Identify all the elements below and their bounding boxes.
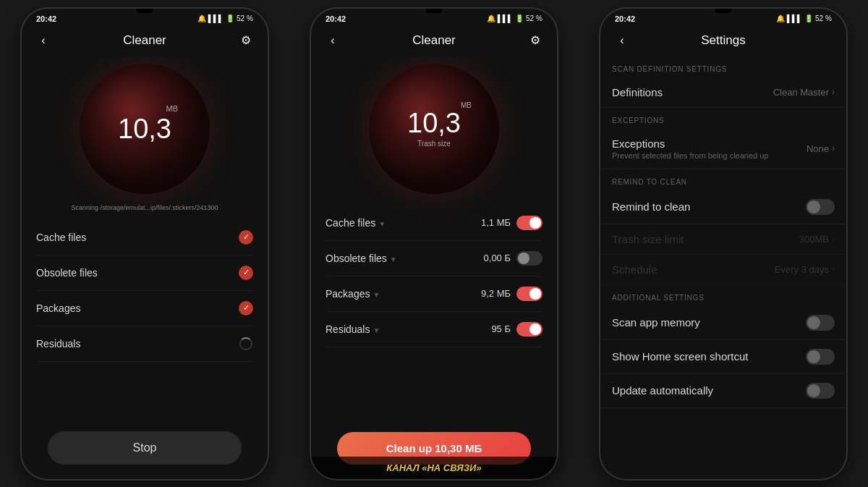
- battery-unit-3: %: [825, 14, 832, 22]
- app-header-1: ‹ Cleaner ⚙: [22, 26, 268, 56]
- back-button-1[interactable]: ‹: [33, 30, 54, 51]
- time-2: 20:42: [326, 14, 346, 23]
- result-size-cache: 1,1 МБ: [481, 217, 511, 228]
- alarm-icon-2: 🔔: [487, 14, 495, 22]
- scan-path: Scanning /storage/emulat...ip/files/.sti…: [36, 200, 253, 220]
- time-1: 20:42: [36, 14, 56, 23]
- toggle-obsolete[interactable]: [516, 251, 542, 266]
- check-red-3: ✓: [239, 301, 253, 316]
- trash-limit-title: Trash size limit: [612, 233, 799, 245]
- loading-spinner: [239, 337, 252, 350]
- phone2-wrapper: 20:42 🔔 ▌▌▌ 🔋 52 % ‹ Cleaner ⚙ 10,3 MB T…: [289, 0, 579, 487]
- battery-pct-2: 52: [526, 14, 534, 22]
- toggle-packages[interactable]: [516, 287, 542, 301]
- definitions-value: Clean Master: [773, 87, 829, 98]
- update-content: Update automatically: [612, 384, 806, 397]
- trash-limit-content: Trash size limit: [612, 233, 799, 245]
- spinner-icon-residuals: [239, 336, 253, 351]
- exceptions-value: None: [807, 143, 829, 154]
- status-icons-1: 🔔 ▌▌▌ 🔋 52 %: [197, 14, 253, 22]
- app-header-2: ‹ Cleaner ⚙: [311, 26, 557, 56]
- app-header-3: ‹ Settings: [600, 26, 846, 56]
- list-item: Obsolete files ▼ 0,00 Б: [326, 241, 542, 276]
- toggle-home-shortcut[interactable]: [806, 349, 835, 365]
- notch-3: [715, 9, 732, 13]
- phone2: 20:42 🔔 ▌▌▌ 🔋 52 % ‹ Cleaner ⚙ 10,3 MB T…: [311, 9, 557, 479]
- file-name-packages: Packages: [36, 302, 80, 314]
- back-button-3[interactable]: ‹: [612, 30, 632, 51]
- time-3: 20:42: [615, 14, 635, 23]
- check-icon-cache: ✓: [239, 230, 253, 245]
- list-item: Packages ✓: [36, 291, 253, 326]
- stop-button[interactable]: Stop: [48, 431, 242, 465]
- result-list: Cache files ▼ 1,1 МБ Obsolete files ▼ 0,…: [326, 206, 542, 423]
- list-item: Packages ▼ 9,2 МБ: [326, 276, 542, 312]
- battery-icon-3: 🔋: [804, 14, 813, 22]
- list-item: Residuals ▼ 95 Б: [326, 312, 542, 347]
- result-size-obsolete: 0,00 Б: [484, 253, 511, 263]
- orb-container-2: 10,3 MB Trash size: [326, 56, 542, 200]
- phone2-content: 10,3 MB Trash size Cache files ▼ 1,1 МБ …: [311, 56, 557, 479]
- toggle-residuals[interactable]: [516, 322, 542, 336]
- chevron-trash: ›: [832, 234, 835, 244]
- settings-button-2[interactable]: ⚙: [525, 30, 545, 51]
- section-title-scan: SCAN DEFINITION SETTINGS: [600, 56, 846, 77]
- result-size-residuals: 95 Б: [491, 323, 511, 334]
- status-icons-3: 🔔 ▌▌▌ 🔋 52 %: [776, 14, 832, 22]
- file-name-residuals: Residuals: [36, 338, 80, 350]
- toggle-update[interactable]: [806, 383, 835, 399]
- battery-unit-2: %: [536, 14, 542, 22]
- scan-memory-content: Scan app memory: [612, 316, 806, 329]
- settings-item-schedule: Schedule Every 3 days ›: [600, 255, 846, 285]
- bottom-area-1: Stop: [36, 423, 253, 479]
- exceptions-content: Exceptions Prevent selected files from b…: [612, 137, 807, 160]
- settings-button-1[interactable]: ⚙: [236, 30, 256, 51]
- settings-item-exceptions[interactable]: Exceptions Prevent selected files from b…: [600, 129, 846, 169]
- phone1-wrapper: 20:42 🔔 ▌▌▌ 🔋 52 % ‹ Cleaner ⚙ 10,3 MB S…: [0, 0, 289, 487]
- check-red-2: ✓: [239, 266, 253, 280]
- list-item: Residuals: [36, 326, 253, 362]
- settings-item-update: Update automatically: [600, 374, 846, 408]
- scan-memory-title: Scan app memory: [612, 316, 806, 329]
- settings-item-home-shortcut: Show Home screen shortcut: [600, 340, 846, 374]
- schedule-content: Schedule: [612, 263, 775, 276]
- phone3-wrapper: 20:42 🔔 ▌▌▌ 🔋 52 % ‹ Settings SCAN DEFIN…: [579, 0, 868, 487]
- battery-pct-3: 52: [815, 14, 823, 22]
- schedule-value: Every 3 days: [775, 264, 829, 275]
- orb-1: 10,3 MB: [80, 64, 210, 194]
- signal-icon-3: ▌▌▌: [787, 14, 802, 22]
- alarm-icon-3: 🔔: [776, 14, 785, 22]
- result-name-cache: Cache files ▼: [326, 217, 481, 229]
- settings-item-definitions[interactable]: Definitions Clean Master ›: [600, 77, 846, 108]
- check-icon-obsolete: ✓: [239, 266, 253, 280]
- status-icons-2: 🔔 ▌▌▌ 🔋 52 %: [487, 14, 542, 22]
- cleaner-title-1: Cleaner: [54, 33, 236, 48]
- settings-item-scan-memory: Scan app memory: [600, 306, 846, 340]
- schedule-title: Schedule: [612, 263, 775, 276]
- check-red-1: ✓: [239, 230, 253, 245]
- orb-size-1: 10,3: [118, 115, 171, 143]
- signal-icon-2: ▌▌▌: [498, 14, 513, 22]
- definitions-title: Definitions: [612, 86, 773, 98]
- settings-title: Settings: [632, 33, 814, 48]
- battery-icon: 🔋: [226, 14, 234, 22]
- remind-title: Remind to clean: [612, 200, 806, 213]
- result-name-residuals: Residuals ▼: [326, 323, 491, 335]
- orb-label-2: Trash size: [417, 140, 451, 148]
- home-shortcut-title: Show Home screen shortcut: [612, 350, 806, 363]
- file-name-cache: Cache files: [36, 232, 86, 243]
- orb-size-2: 10,3: [407, 109, 461, 137]
- notch: [136, 9, 153, 13]
- toggle-remind[interactable]: [806, 199, 835, 215]
- settings-item-remind: Remind to clean: [600, 190, 846, 224]
- toggle-scan-memory[interactable]: [806, 315, 835, 331]
- exceptions-title: Exceptions: [612, 137, 807, 150]
- remind-content: Remind to clean: [612, 200, 806, 213]
- back-button-2[interactable]: ‹: [323, 30, 343, 51]
- list-item: Obsolete files ✓: [36, 255, 253, 291]
- settings-content: SCAN DEFINITION SETTINGS Definitions Cle…: [600, 56, 846, 479]
- toggle-cache[interactable]: [516, 216, 542, 230]
- list-item: Cache files ✓: [36, 220, 253, 255]
- trash-limit-value: 300MB: [799, 234, 829, 245]
- chevron-exceptions: ›: [832, 143, 835, 153]
